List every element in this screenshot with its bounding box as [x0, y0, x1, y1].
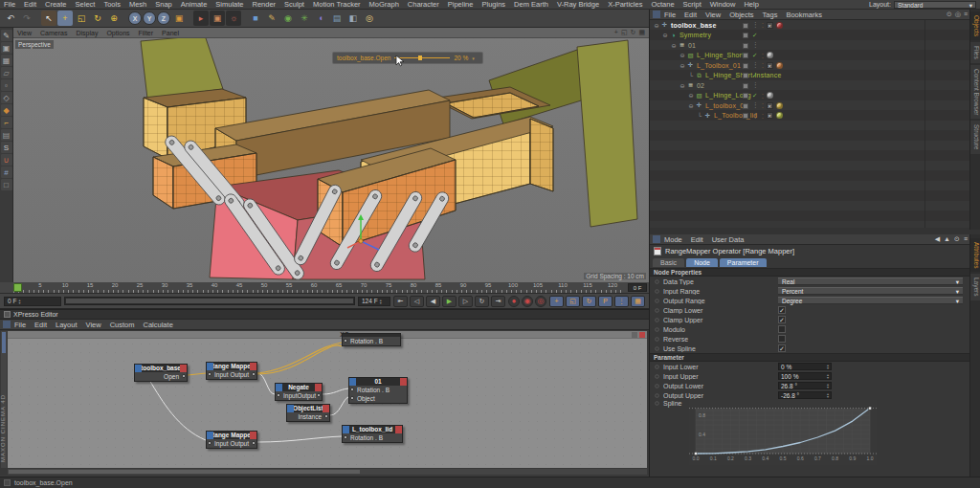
model-mode-icon[interactable]: ▣	[1, 42, 12, 54]
om-menu-file[interactable]: File	[664, 11, 676, 19]
node-input-corner[interactable]	[343, 426, 349, 433]
input-port-icon[interactable]	[344, 435, 347, 439]
edges-mode-icon[interactable]: ◇	[1, 92, 12, 103]
primitive-cube-icon[interactable]: ■	[248, 11, 263, 26]
xpresso-menu-view[interactable]: View	[86, 321, 101, 329]
viewport-canvas[interactable]: Perspective	[13, 38, 649, 282]
pin-icon[interactable]: ▲	[944, 235, 950, 243]
frame-range-slider[interactable]	[64, 297, 355, 305]
xpresso-menu-layout[interactable]: Layout	[56, 321, 78, 329]
timeline-playhead[interactable]	[13, 283, 22, 292]
checkbox-clamp-upper[interactable]: ✓	[778, 316, 786, 323]
visibility-dots-icon[interactable]: ⋮	[752, 40, 759, 51]
output-port-icon[interactable]	[252, 372, 256, 376]
previous-key-button[interactable]: ◁	[410, 296, 424, 307]
output-port-icon[interactable]	[182, 374, 186, 378]
polygon-object-icon[interactable]: ▧	[686, 52, 695, 59]
tree-row-02[interactable]: ⊖≣02⋮	[650, 80, 970, 91]
key-parameter-button[interactable]: P	[598, 296, 612, 307]
cameras-icon[interactable]: ◧	[345, 11, 361, 26]
xpresso-menu-edit[interactable]: Edit	[34, 321, 47, 329]
layer-square-icon[interactable]	[743, 63, 748, 69]
key-position-button[interactable]: +	[549, 296, 564, 307]
input-port-icon[interactable]	[208, 372, 212, 376]
live-selection-tool[interactable]: ↖	[41, 11, 56, 26]
null-object-icon[interactable]: ✛	[703, 112, 712, 120]
coordinate-system-icon[interactable]: ▣	[171, 11, 187, 26]
input-port-icon[interactable]	[350, 396, 354, 400]
node-object-list[interactable]: ObjectListInstance	[286, 404, 330, 422]
side-tab-objects[interactable]: Objects	[970, 11, 980, 40]
zoom-view-icon[interactable]: ◱	[621, 29, 628, 36]
stepper-icon[interactable]: ▴▾	[827, 373, 829, 379]
layer-square-icon[interactable]	[743, 53, 748, 58]
menu-octane[interactable]: Octane	[651, 0, 674, 9]
node-hidden-title[interactable]: Rotation . B	[342, 333, 401, 346]
visibility-dots-icon[interactable]: ⋮	[752, 60, 759, 71]
field-output-lower[interactable]: 26.8 °▴▾	[778, 382, 832, 389]
null-object-icon[interactable]: ✛	[695, 101, 703, 109]
motion-system-button[interactable]: ▦	[631, 296, 645, 307]
viewport-menu-display[interactable]: Display	[76, 30, 98, 36]
animation-dots-icon[interactable]: ··	[762, 101, 764, 109]
field-output-upper[interactable]: -26.8 °▴▾	[778, 391, 832, 399]
xpresso-hscroll-thumb[interactable]	[9, 470, 360, 474]
pan-view-icon[interactable]: +	[614, 29, 618, 36]
material-sphere-icon[interactable]	[767, 52, 773, 58]
visibility-dots-icon[interactable]: ⋮	[752, 20, 759, 31]
layer-square-icon[interactable]	[743, 43, 748, 49]
expand-icon[interactable]: ⊖	[679, 62, 686, 69]
layer-square-icon[interactable]	[743, 93, 748, 99]
node-input-corner[interactable]	[287, 405, 294, 412]
render-view-button[interactable]: ▸	[193, 11, 209, 26]
animation-dots-icon[interactable]: ··	[762, 92, 764, 100]
undo-icon[interactable]: ↶	[3, 11, 18, 26]
symmetry-object-icon[interactable]: ◑	[669, 32, 678, 38]
viewport-menu-panel[interactable]: Panel	[162, 30, 179, 36]
stepper-icon[interactable]: ▴▾	[827, 364, 829, 369]
enabled-check-icon[interactable]: ✓	[752, 71, 757, 81]
loop-mode-button[interactable]: ↻	[475, 296, 489, 307]
layer-square-icon[interactable]	[743, 113, 748, 119]
hud-slider-handle[interactable]	[418, 55, 422, 60]
display-tag-icon[interactable]: ✕	[767, 102, 773, 109]
menu-mograph[interactable]: MoGraph	[369, 0, 399, 9]
frame-range-thumb[interactable]	[66, 299, 353, 303]
menu-file[interactable]: File	[4, 0, 15, 9]
node-range-mapper-2[interactable]: Range MapperInputOutput	[206, 431, 257, 449]
key-circle-icon[interactable]	[655, 279, 658, 283]
tab-parameter[interactable]: Parameter	[720, 258, 767, 267]
group-close-icon[interactable]	[639, 332, 645, 338]
visibility-dots-icon[interactable]: ⋮	[752, 80, 759, 91]
expand-icon[interactable]: ⊖	[679, 82, 686, 89]
dropdown-output-range[interactable]: Degree▾	[778, 297, 963, 304]
om-focus-icon[interactable]: ◎	[955, 11, 961, 18]
xpresso-menu-calculate[interactable]: Calculate	[144, 321, 173, 329]
tree-row-l-hinge-short[interactable]: ⊖▧L_Hinge_Short✓··	[650, 51, 970, 61]
field-input-upper[interactable]: 100 %▴▾	[778, 372, 832, 380]
menu-sculpt[interactable]: Sculpt	[284, 0, 304, 9]
viewport-menu-view[interactable]: View	[17, 30, 32, 36]
tab-basic[interactable]: Basic	[653, 258, 684, 267]
output-port-icon[interactable]	[324, 414, 328, 418]
xpresso-title-bar[interactable]: XPresso Editor	[0, 310, 649, 320]
instance-object-icon[interactable]: ⧉	[695, 72, 703, 79]
subdivision-surface-icon[interactable]: ◉	[280, 11, 296, 26]
timeline-current-frame-field[interactable]: 0 F	[628, 283, 647, 292]
material-sphere-icon[interactable]	[776, 102, 783, 109]
menu-tools[interactable]: Tools	[103, 0, 121, 9]
z-axis-lock[interactable]: Z	[157, 11, 170, 25]
menu-snap[interactable]: Snap	[155, 0, 172, 9]
list-object-icon[interactable]: ≣	[686, 81, 695, 89]
snap-icon[interactable]: #	[1, 166, 12, 178]
input-port-icon[interactable]	[208, 441, 212, 445]
scale-tool[interactable]: ◱	[74, 11, 89, 26]
object-axis-mode-icon[interactable]: ⌐	[1, 117, 12, 128]
node-output-corner[interactable]	[250, 363, 256, 370]
om-menu-edit[interactable]: Edit	[684, 11, 697, 19]
enabled-check-icon[interactable]: ✓	[752, 51, 757, 61]
current-frame-field[interactable]: 0 F ▴▾	[4, 297, 61, 306]
node-output-corner[interactable]	[250, 432, 256, 439]
polygon-object-icon[interactable]: ▧	[695, 92, 703, 100]
node-output-corner[interactable]	[323, 405, 329, 412]
